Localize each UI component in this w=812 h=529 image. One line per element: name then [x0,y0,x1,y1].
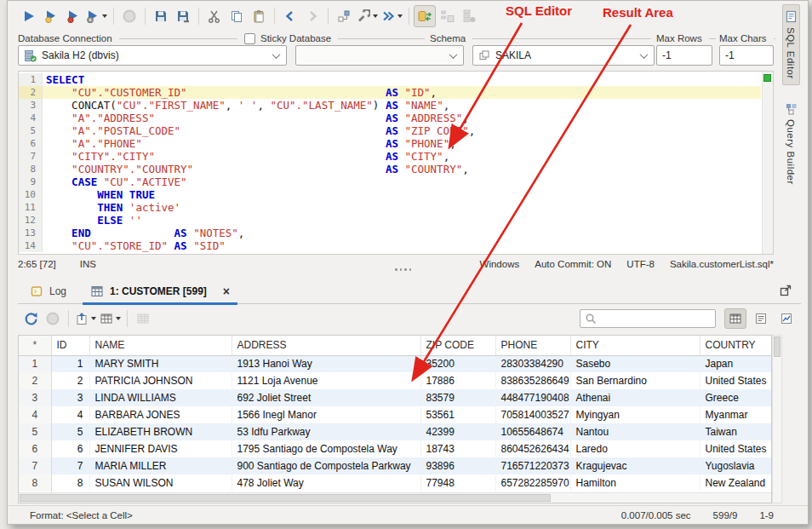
table-cell[interactable]: 42399 [420,423,495,440]
table-cell[interactable]: 1795 Santiago de Compostela Way [232,440,420,457]
table-cell[interactable]: Yugoslavia [700,457,771,474]
schema-select[interactable]: SAKILA [472,45,655,66]
max-rows-input[interactable] [656,45,712,66]
search-input[interactable] [600,313,711,325]
paste-button[interactable] [248,5,270,27]
column-header[interactable]: ADDRESS [232,336,420,355]
table-cell[interactable]: Nantou [570,423,700,440]
table-cell[interactable]: 53561 [420,406,495,423]
grid-view-toggle[interactable] [724,308,746,329]
cut-button[interactable] [203,5,226,27]
table-cell[interactable]: 83579 [420,389,495,406]
chart-view-toggle[interactable] [775,308,798,329]
table-row[interactable]: 22PATRICIA JOHNSON1121 Loja Avenue178868… [19,372,771,389]
table-row[interactable]: 88SUSAN WILSON478 Joliet Way779486572822… [19,474,771,492]
row-number-cell[interactable]: 6 [19,440,51,457]
column-header[interactable]: CITY [570,336,700,355]
table-cell[interactable]: 17886 [420,372,495,389]
row-number-cell[interactable]: 2 [19,372,51,389]
table-cell[interactable]: 1121 Loja Avenue [232,372,420,389]
table-row[interactable]: 44BARBARA JONES1566 Inegl Manor535617058… [19,406,771,423]
table-cell[interactable]: Japan [700,355,771,372]
table-cell[interactable]: 448477190408 [495,389,570,406]
table-cell[interactable]: MARY SMITH [89,355,232,372]
table-cell[interactable]: 8 [51,474,89,492]
row-header-cell[interactable]: * [19,336,51,355]
row-number-cell[interactable]: 8 [19,474,51,492]
sticky-database-checkbox[interactable] [244,33,255,44]
splitter-handle[interactable] [395,268,417,272]
dropdown-caret-icon[interactable] [91,317,96,320]
table-cell[interactable]: 2 [51,372,89,389]
table-cell[interactable]: 705814003527 [495,406,570,423]
table-cell[interactable]: 900 Santiago de Compostela Parkway [232,457,420,474]
code-line[interactable]: 9 CASE "CU"."ACTIVE" [19,175,761,188]
vscroll-thumb[interactable] [774,336,781,357]
execute-current-button[interactable] [40,5,62,27]
max-chars-input[interactable] [719,45,774,66]
auto-commit-toggle[interactable] [414,5,436,27]
grid-menu-button[interactable] [98,308,123,330]
table-cell[interactable]: 1566 Inegl Manor [232,406,420,423]
row-number-cell[interactable]: 4 [19,406,51,423]
dropdown-caret-icon[interactable] [116,317,121,320]
table-cell[interactable]: 35200 [420,355,495,372]
table-cell[interactable]: 692 Joliet Street [232,389,420,406]
table-cell[interactable]: 3 [51,389,89,406]
table-cell[interactable]: ELIZABETH BROWN [89,423,232,440]
execute-explain-button[interactable] [84,5,109,27]
code-line[interactable]: 13 END AS "NOTES", [19,227,761,239]
code-line[interactable]: 8 "COUNTRY"."COUNTRY" AS "COUNTRY", [19,163,761,175]
table-cell[interactable]: 18743 [420,440,495,457]
table-cell[interactable]: 5 [51,423,89,440]
table-cell[interactable]: Kragujevac [570,457,700,474]
text-view-toggle[interactable] [750,308,772,329]
editor-scroll-stripe[interactable] [762,72,773,254]
table-row[interactable]: 77MARIA MILLER900 Santiago de Compostela… [19,457,771,474]
table-cell[interactable]: Laredo [570,440,700,457]
column-header[interactable]: ZIP CODE [420,336,495,355]
row-number-cell[interactable]: 7 [19,457,51,474]
dropdown-caret-icon[interactable] [102,14,107,18]
code-line[interactable]: 12 ELSE '' [19,214,761,227]
side-tab-query-builder[interactable]: Query Builder [783,97,799,190]
table-cell[interactable]: 657282285970 [495,474,570,492]
sql-commands-button[interactable] [333,5,355,27]
table-cell[interactable]: 28303384290 [495,355,570,372]
table-cell[interactable]: Myingyan [570,406,700,423]
column-header[interactable]: NAME [89,336,232,355]
table-cell[interactable]: 6 [51,440,89,457]
vertical-scrollbar[interactable] [772,335,782,503]
dropdown-caret-icon[interactable] [397,14,403,18]
table-cell[interactable]: 7 [51,457,89,474]
table-row[interactable]: 11MARY SMITH1913 Hanoi Way35200283033842… [19,355,771,372]
table-cell[interactable]: Taiwan [700,423,771,440]
row-number-cell[interactable]: 3 [19,389,51,406]
table-cell[interactable]: 53 Idfu Parkway [232,423,420,440]
column-header[interactable]: PHONE [495,336,570,355]
code-line[interactable]: 2 "CU"."CUSTOMER_ID" AS "ID", [19,86,761,99]
table-cell[interactable]: 1 [51,355,89,372]
column-header[interactable]: ID [51,336,89,355]
table-cell[interactable]: 478 Joliet Way [232,474,420,492]
table-cell[interactable]: Myanmar [700,406,771,423]
code-line[interactable]: 10 WHEN TRUE [19,188,761,201]
execute-buffer-button[interactable] [62,5,84,27]
export-button[interactable] [73,308,98,330]
table-row[interactable]: 55ELIZABETH BROWN53 Idfu Parkway42399106… [19,423,771,440]
reload-button[interactable] [20,308,42,330]
code-line[interactable]: 5 "A"."POSTAL_CODE" AS "ZIP CODE", [19,124,761,137]
table-cell[interactable]: 4 [51,406,89,423]
row-number-cell[interactable]: 5 [19,423,51,440]
table-cell[interactable]: 77948 [420,474,495,492]
table-cell[interactable]: 10655648674 [495,423,570,440]
table-cell[interactable]: 838635286649 [495,372,570,389]
copy-button[interactable] [226,5,248,27]
code-line[interactable]: 11 THEN 'active' [19,201,761,214]
table-cell[interactable]: New Zealand [700,474,771,492]
code-line[interactable]: 7 "CITY"."CITY" AS "CITY", [19,150,761,163]
detach-icon[interactable] [779,284,792,297]
table-cell[interactable]: 716571220373 [495,457,570,474]
horizontal-scrollbar[interactable] [19,492,771,503]
row-number-cell[interactable]: 1 [19,355,51,372]
